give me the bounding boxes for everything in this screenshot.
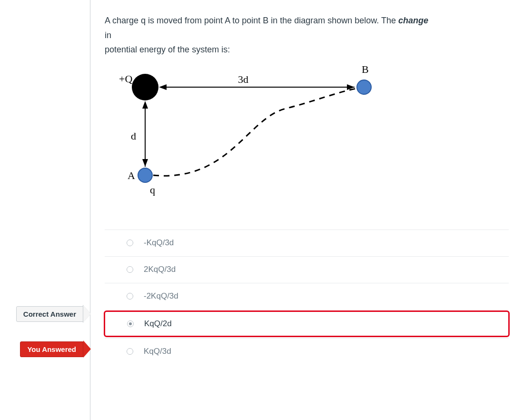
label-d: d (131, 130, 136, 142)
radio-icon[interactable] (127, 348, 133, 355)
badge-column: Correct Answer You Answered (0, 0, 90, 420)
answer-option-user-selected[interactable]: KqQ/2d (104, 310, 510, 337)
question-content: A charge q is moved from point A to poin… (90, 0, 523, 420)
label-3d: 3d (238, 73, 248, 85)
label-q: q (150, 184, 155, 196)
radio-icon-selected[interactable] (127, 320, 134, 327)
label-Q: +Q (119, 73, 132, 85)
correct-answer-badge: Correct Answer (16, 305, 91, 322)
question-line-3: potential energy of the system is: (105, 45, 230, 54)
answer-text: -2KqQ/3d (144, 291, 178, 301)
answer-text: -KqQ/3d (144, 238, 174, 248)
answer-text: KqQ/3d (144, 347, 171, 356)
radio-icon[interactable] (127, 266, 133, 273)
question-text: A charge q is moved from point A to poin… (105, 13, 509, 57)
correct-answer-label: Correct Answer (16, 306, 83, 322)
point-A-icon (138, 168, 152, 182)
answer-list: -KqQ/3d 2KqQ/3d -2KqQ/3d KqQ/2d KqQ/3d (105, 230, 509, 365)
radio-icon[interactable] (127, 293, 133, 300)
radio-icon[interactable] (127, 240, 133, 246)
answer-text: KqQ/2d (144, 319, 172, 329)
diagram-svg: +Q B 3d d A q (105, 61, 381, 209)
you-answered-label: You Answered (20, 341, 83, 357)
answer-option[interactable]: 2KqQ/3d (105, 256, 509, 283)
point-B-icon (357, 80, 371, 94)
path-A-to-B-icon (153, 89, 356, 176)
answer-option[interactable]: -KqQ/3d (105, 230, 509, 256)
you-answered-badge: You Answered (20, 340, 91, 358)
question-line-1-em: change (398, 16, 428, 25)
answer-option[interactable]: KqQ/3d (105, 338, 509, 365)
answer-text: 2KqQ/3d (144, 265, 176, 274)
question-line-1-pre: A charge q is moved from point A to poin… (105, 16, 398, 25)
diagram: +Q B 3d d A q (105, 61, 509, 210)
badge-arrow-icon (83, 340, 91, 358)
question-line-2: in (105, 30, 111, 40)
answer-option-correct[interactable]: -2KqQ/3d (105, 283, 509, 310)
label-A: A (128, 170, 135, 181)
badge-arrow-icon (83, 305, 91, 322)
charge-Q-icon (132, 74, 158, 100)
label-B: B (362, 63, 369, 75)
